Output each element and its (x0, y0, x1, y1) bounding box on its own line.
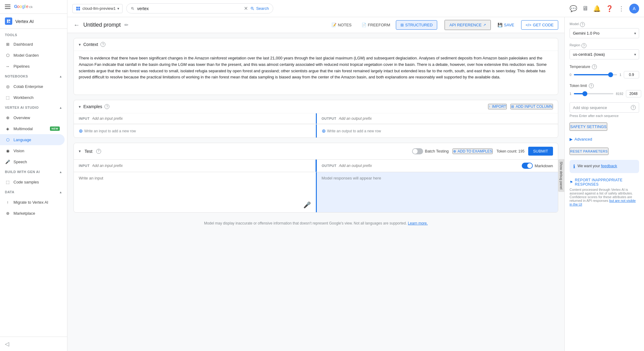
input-prefix-field[interactable] (92, 116, 153, 121)
data-section-header[interactable]: DATA ▲ (0, 187, 67, 197)
token-limit-section: Token limit ? 1 8192 (570, 83, 639, 97)
sidebar-item-workbench[interactable]: ⬚ Workbench (0, 92, 65, 103)
test-output-label: OUTPUT (322, 164, 336, 168)
chevron-up-icon: ▲ (59, 75, 62, 78)
context-collapse-icon[interactable]: ▾ (79, 42, 81, 47)
bell-icon[interactable]: 🔔 (593, 5, 601, 12)
info-icon: ℹ (573, 164, 575, 169)
monitor-icon[interactable]: 🖥 (582, 5, 588, 12)
test-input-prefix[interactable] (92, 164, 153, 168)
tab-freeform[interactable]: 📄 FREEFORM (357, 21, 395, 29)
language-icon: ⬡ (5, 137, 10, 142)
token-limit-value-input[interactable] (626, 90, 641, 97)
search-clear-icon[interactable]: ✕ (244, 6, 248, 11)
speech-icon: 🎤 (5, 159, 10, 164)
model-help-icon[interactable]: ? (580, 22, 585, 27)
sidebar-item-code-samples[interactable]: ⬚ Code samples (0, 176, 65, 187)
sidebar-item-vision[interactable]: ◉ Vision (0, 145, 65, 156)
region-help-icon[interactable]: ? (581, 43, 586, 48)
sidebar-item-multimodal[interactable]: ◈ Multimodal NEW (0, 123, 65, 134)
debug-panel-tab[interactable]: Show debug panel (558, 159, 564, 192)
reset-params-button[interactable]: RESET PARAMETERS (570, 148, 608, 155)
temperature-help-icon[interactable]: ? (592, 64, 597, 69)
examples-card-header: ▾ Examples ? ↑ IMPORT ⊞ ADD INPUT COLUMN (74, 100, 558, 113)
examples-help-icon[interactable]: ? (104, 104, 109, 109)
sidebar-item-overview[interactable]: ⊕ Overview (0, 112, 65, 123)
notebooks-section-header[interactable]: NOTEBOOKS ▲ (0, 72, 67, 81)
output-prefix-field[interactable] (339, 116, 400, 121)
help-icon[interactable]: ❓ (606, 5, 613, 12)
disclaimer-text: Model may display inaccurate or offensiv… (204, 221, 407, 225)
sidebar-item-colab[interactable]: ◎ Colab Enterprise (0, 81, 65, 92)
tab-structured[interactable]: ⊞ STRUCTURED (396, 20, 438, 30)
model-select[interactable]: Gemini 1.0 Pro (570, 28, 639, 38)
stop-seq-help-icon[interactable]: ? (631, 105, 636, 110)
token-limit-help-icon[interactable]: ? (589, 83, 594, 88)
microphone-icon[interactable]: 🎤 (303, 201, 311, 209)
sidebar-item-migrate[interactable]: ↑ Migrate to Vertex AI (0, 197, 65, 208)
sidebar-item-label: Vision (13, 149, 24, 153)
disclaimer-link[interactable]: Learn more. (408, 221, 428, 225)
output-label: OUTPUT (322, 117, 336, 120)
sidebar-item-marketplace[interactable]: ⊛ Marketplace (0, 208, 65, 219)
token-limit-slider[interactable] (574, 93, 613, 94)
vertex-studio-section-header[interactable]: VERTEX AI STUDIO ▲ (0, 103, 67, 112)
add-input-column-button[interactable]: ⊞ ADD INPUT COLUMN (510, 104, 553, 109)
project-selector[interactable]: cloud-llm-preview1 ▾ (72, 4, 123, 13)
prompt-editor: ← Untitled prompt ✏ 📝 NOTES 📄 FREEFORM ⊞… (67, 17, 564, 351)
examples-collapse-icon[interactable]: ▾ (79, 104, 81, 109)
sidebar-item-language[interactable]: ⬡ Language (0, 134, 65, 145)
back-button[interactable]: ← (74, 21, 80, 28)
submit-button[interactable]: SUBMIT (528, 147, 553, 156)
context-textarea[interactable]: There is evidence that there have been s… (74, 51, 558, 94)
hamburger-menu[interactable] (5, 5, 10, 9)
sidebar-collapse-icon[interactable]: ◁ (5, 341, 9, 347)
add-input-cell[interactable]: ⊕ Write an input to add a new row (74, 124, 316, 138)
markdown-switch[interactable] (522, 163, 533, 169)
advanced-button[interactable]: ▶ Advanced (570, 136, 639, 143)
search-button[interactable]: Search (250, 6, 269, 11)
vision-icon: ◉ (5, 148, 10, 153)
batch-testing-switch[interactable] (412, 148, 423, 154)
temperature-value-input[interactable] (624, 71, 639, 78)
sidebar-item-label: Workbench (13, 95, 34, 100)
test-input-textarea[interactable] (79, 176, 311, 200)
chat-icon[interactable]: 💬 (570, 5, 577, 12)
project-dropdown-icon: ▾ (117, 6, 119, 11)
build-section-header[interactable]: BUILD WITH GEN AI ▲ (0, 167, 67, 176)
region-select[interactable]: us-central1 (Iowa) (570, 49, 639, 59)
sidebar-item-model-garden[interactable]: ⬡ Model Garden (0, 50, 65, 61)
temperature-slider[interactable] (574, 74, 617, 75)
sidebar-item-dashboard[interactable]: ⊞ Dashboard (0, 39, 65, 50)
vertex-icon (5, 17, 12, 25)
get-code-button[interactable]: </> GET CODE (521, 20, 558, 30)
sidebar-item-speech[interactable]: 🎤 Speech (0, 156, 65, 167)
svg-text:G: G (14, 4, 17, 9)
vertex-title: Vertex AI (15, 19, 34, 24)
search-input[interactable] (137, 6, 241, 11)
safety-settings-button[interactable]: SAFETY SETTINGS (570, 123, 607, 131)
test-input-header: INPUT (74, 160, 316, 172)
examples-card: ▾ Examples ? ↑ IMPORT ⊞ ADD INPUT COLUMN (74, 100, 558, 138)
more-vert-icon[interactable]: ⋮ (618, 5, 624, 12)
sidebar-item-pipelines[interactable]: ↔ Pipelines (0, 61, 65, 72)
api-reference-button[interactable]: API REFERENCE ↗ (445, 20, 491, 30)
test-collapse-icon[interactable]: ▾ (79, 149, 81, 153)
report-button[interactable]: ⚑ REPORT INAPPROPRIATE RESPONSES (570, 178, 639, 187)
stop-sequence-input[interactable]: Add stop sequence ? (570, 102, 639, 113)
test-input-label: INPUT (79, 164, 90, 168)
avatar[interactable]: A (629, 4, 639, 13)
tab-notes[interactable]: 📝 NOTES (327, 21, 356, 29)
test-card: ▾ Test ? Batch Testing ⊕ ADD TO EXAMPLES (74, 143, 558, 213)
feedback-link[interactable]: feedback (601, 164, 617, 168)
edit-title-icon[interactable]: ✏ (124, 22, 128, 28)
input-label: INPUT (79, 117, 90, 120)
import-button[interactable]: ↑ IMPORT (488, 104, 507, 109)
add-output-cell[interactable]: ⊕ Write an output to add a new row (316, 124, 558, 138)
test-help-icon[interactable]: ? (96, 149, 101, 154)
notebooks-label: NOTEBOOKS (5, 74, 28, 78)
context-help-icon[interactable]: ? (100, 42, 105, 47)
add-to-examples-button[interactable]: ⊕ ADD TO EXAMPLES (453, 149, 493, 154)
test-output-prefix[interactable] (339, 164, 400, 168)
save-button[interactable]: 💾 SAVE (493, 21, 519, 29)
